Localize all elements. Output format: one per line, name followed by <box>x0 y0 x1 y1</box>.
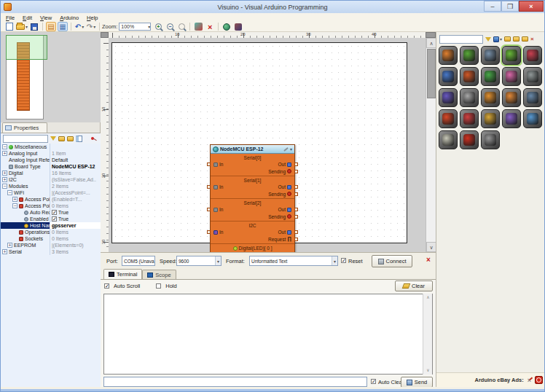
toolbox-category-14[interactable] <box>502 88 521 107</box>
design-viewport[interactable]: NodeMCU ESP-12 ▾ Serial[0]InOutSendingSe… <box>109 38 426 252</box>
toolbox-category-18[interactable] <box>481 109 500 128</box>
toolbox-category-4[interactable] <box>502 46 521 65</box>
clear-button[interactable]: Clear <box>395 281 433 291</box>
send-button[interactable]: Send <box>401 377 433 388</box>
tab-terminal[interactable]: Terminal <box>103 269 142 279</box>
property-row[interactable]: −Modules2 Items <box>1 183 101 189</box>
toolbox-category-6[interactable] <box>439 67 458 86</box>
value-checkbox[interactable]: ✓ <box>52 210 57 215</box>
reset-checkbox[interactable]: ✓ <box>341 258 346 263</box>
toolbox-search-input[interactable] <box>439 35 483 44</box>
minimap[interactable] <box>1 32 101 122</box>
properties-search-input[interactable] <box>3 135 48 143</box>
property-row[interactable]: +Analog Input1 Item <box>1 150 101 157</box>
menu-item-edit[interactable]: Edit <box>23 15 32 21</box>
terminal-scroll-up[interactable]: ∧ <box>423 294 433 302</box>
filter-icon[interactable] <box>50 136 56 141</box>
hold-checkbox[interactable] <box>156 283 161 289</box>
scroll-thumb[interactable] <box>427 49 436 98</box>
output-pin[interactable] <box>294 208 298 211</box>
collapse-icon[interactable]: − <box>2 184 7 189</box>
toolbox-category-11[interactable] <box>439 88 458 107</box>
close-button[interactable]: × <box>519 1 544 12</box>
property-row[interactable]: Enabled✓True <box>1 216 101 222</box>
property-row[interactable]: +I2C(IsSlave=False,Ad.. <box>1 176 101 183</box>
undo-dropdown-icon[interactable]: ▾ <box>82 24 84 29</box>
property-value[interactable]: (Enabled=T... <box>50 196 101 203</box>
toolbox-category-12[interactable] <box>460 88 479 107</box>
collapse-icon[interactable]: − <box>2 144 7 149</box>
property-row[interactable]: Auto Reconnect✓True <box>1 209 101 216</box>
property-row[interactable]: +Digital16 Items <box>1 170 101 176</box>
toolbox-category-9[interactable] <box>502 67 521 86</box>
property-row[interactable]: +EEPROM|(Elements=0) <box>1 242 101 248</box>
expand-icon[interactable]: + <box>2 170 7 176</box>
toolbox-folder-icon-3[interactable] <box>522 36 528 42</box>
property-value[interactable]: 16 Items <box>50 170 101 176</box>
toolbox-category-20[interactable] <box>523 109 542 128</box>
layout-toggle-button[interactable]: ▤ <box>46 22 56 31</box>
auto-clear-checkbox[interactable]: ✓ <box>371 379 376 384</box>
terminal-output[interactable] <box>103 294 433 375</box>
toolbox-category-19[interactable] <box>502 109 521 128</box>
menu-item-help[interactable]: Help <box>87 15 98 21</box>
pin-icon[interactable] <box>91 137 94 140</box>
toolbox-category-23[interactable] <box>481 130 500 149</box>
toolbox-category-15[interactable] <box>523 88 542 107</box>
delete-button[interactable]: × <box>205 22 215 31</box>
zoom-in-button[interactable]: + <box>153 22 163 31</box>
property-value[interactable]: 0 Items <box>50 203 101 209</box>
expand-icon[interactable]: + <box>2 249 7 254</box>
design-page[interactable]: NodeMCU ESP-12 ▾ Serial[0]InOutSendingSe… <box>111 42 407 243</box>
output-pin[interactable] <box>294 230 298 234</box>
auto-scroll-checkbox[interactable]: ✓ <box>104 283 109 289</box>
output-pin[interactable] <box>294 162 298 166</box>
property-value[interactable] <box>50 144 101 150</box>
speed-combo[interactable]: 9600▾ <box>176 256 221 266</box>
scroll-up-arrow[interactable]: ∧ <box>426 38 436 48</box>
output-pin[interactable] <box>294 170 298 173</box>
property-value[interactable]: 2 Items <box>50 183 101 189</box>
property-row[interactable]: Board TypeNodeMCU ESP-12 <box>1 163 101 170</box>
redo-dropdown-icon[interactable]: ▾ <box>93 24 95 29</box>
undo-button[interactable]: ↶▾ <box>74 22 85 31</box>
zoom-reset-button[interactable] <box>176 22 187 31</box>
view-mode-icon[interactable] <box>76 136 82 142</box>
canvas-vertical-scrollbar[interactable]: ∧ ∨ <box>426 38 436 252</box>
property-value[interactable]: 0 Items <box>50 235 101 242</box>
zoom-out-button[interactable]: − <box>165 22 175 31</box>
toolbox-category-22[interactable] <box>460 130 479 149</box>
property-value[interactable]: NodeMCU ESP-12 <box>50 163 101 170</box>
output-pin[interactable] <box>294 238 298 241</box>
input-pin[interactable] <box>207 185 211 189</box>
component-header[interactable]: NodeMCU ESP-12 ▾ <box>211 145 294 154</box>
zoom-combo[interactable]: 100%▾ <box>119 23 151 31</box>
toolbox-category-10[interactable] <box>523 67 542 86</box>
toolbox-mode-dropdown-icon[interactable]: ▾ <box>500 36 502 42</box>
maximize-button[interactable]: ❒ <box>501 1 519 12</box>
panel-close-icon[interactable]: × <box>426 256 431 264</box>
property-value[interactable]: 1 Item <box>50 150 101 157</box>
toolbox-category-1[interactable] <box>439 46 458 65</box>
input-pin[interactable] <box>207 208 211 211</box>
component-dropdown-icon[interactable]: ▾ <box>290 146 292 152</box>
open-button[interactable]: ▾ <box>16 22 28 31</box>
property-row[interactable]: −Miscellaneous <box>1 144 101 150</box>
property-value[interactable]: gpsserver <box>50 222 101 229</box>
property-row[interactable]: Analog Input Refe...Default <box>1 157 101 163</box>
toolbox-folder-icon-1[interactable] <box>504 36 511 42</box>
terminal-scrollbar[interactable]: ∧ ∨ <box>423 294 432 375</box>
property-row[interactable]: −Access Points0 Items <box>1 203 101 209</box>
nodemcu-component[interactable]: NodeMCU ESP-12 ▾ Serial[0]InOutSendingSe… <box>210 144 295 252</box>
input-pin[interactable] <box>207 230 211 234</box>
new-button[interactable] <box>4 22 15 31</box>
tab-properties[interactable]: Properties <box>2 122 47 133</box>
collapse-all-icon[interactable] <box>67 136 74 141</box>
save-button[interactable] <box>29 22 39 31</box>
expand-all-icon[interactable] <box>58 136 65 141</box>
wrench-icon[interactable] <box>283 146 289 151</box>
toolbox-category-21[interactable] <box>439 130 458 149</box>
property-row[interactable]: +Access Point(Enabled=T... <box>1 196 101 203</box>
expand-icon[interactable]: + <box>2 151 7 156</box>
property-row[interactable]: −WiFi|(AccessPoint=... <box>1 189 101 196</box>
